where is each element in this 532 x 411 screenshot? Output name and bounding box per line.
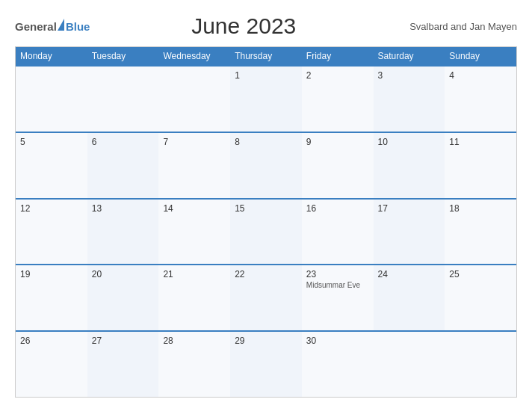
col-monday: Monday	[16, 47, 87, 65]
table-row: 27	[87, 332, 159, 397]
day-number: 11	[449, 137, 512, 147]
day-number: 13	[92, 203, 155, 214]
calendar-week: 1920212223Midsummar Eve2425	[16, 264, 516, 330]
header: General Blue June 2023 Svalbard and Jan …	[15, 13, 517, 39]
calendar-title: June 2023	[90, 13, 398, 39]
table-row: 8	[230, 133, 302, 198]
calendar: Monday Tuesday Wednesday Thursday Friday…	[15, 46, 517, 398]
table-row: 5	[16, 133, 87, 198]
table-row: 1	[230, 67, 302, 132]
table-row: 4	[445, 67, 516, 132]
day-number: 29	[235, 336, 297, 346]
col-thursday: Thursday	[230, 47, 302, 65]
day-number: 30	[306, 336, 369, 346]
table-row	[87, 67, 159, 132]
table-row	[374, 332, 445, 397]
event-label: Midsummar Eve	[306, 281, 369, 289]
table-row	[445, 332, 516, 397]
calendar-week: 1234	[16, 65, 516, 132]
calendar-week: 12131415161718	[16, 198, 516, 265]
table-row: 20	[87, 265, 159, 330]
table-row: 14	[158, 200, 230, 265]
day-number: 3	[378, 70, 441, 81]
day-number: 7	[163, 137, 226, 147]
col-sunday: Sunday	[445, 47, 516, 65]
day-number: 14	[163, 203, 226, 214]
region-label: Svalbard and Jan Mayen	[398, 21, 517, 32]
table-row: 24	[374, 265, 445, 330]
day-number: 1	[235, 70, 297, 81]
calendar-week: 567891011	[16, 132, 516, 198]
day-number: 22	[235, 269, 297, 279]
calendar-header: Monday Tuesday Wednesday Thursday Friday…	[16, 47, 516, 65]
table-row: 2	[302, 67, 374, 132]
table-row: 15	[230, 200, 302, 265]
table-row: 6	[87, 133, 159, 198]
calendar-body: 1234567891011121314151617181920212223Mid…	[16, 65, 516, 397]
day-number: 15	[235, 203, 297, 214]
day-number: 17	[378, 203, 441, 214]
table-row: 18	[445, 200, 516, 265]
page: General Blue June 2023 Svalbard and Jan …	[0, 0, 532, 411]
day-number: 26	[20, 336, 83, 346]
table-row: 28	[158, 332, 230, 397]
day-number: 23	[306, 269, 369, 279]
table-row: 29	[230, 332, 302, 397]
day-number: 20	[92, 269, 155, 279]
col-saturday: Saturday	[374, 47, 445, 65]
day-number: 24	[378, 269, 441, 279]
col-wednesday: Wednesday	[158, 47, 230, 65]
logo-general: General	[15, 20, 57, 33]
table-row: 3	[374, 67, 445, 132]
day-number: 9	[306, 137, 369, 147]
col-friday: Friday	[302, 47, 374, 65]
calendar-week: 2627282930	[16, 330, 516, 397]
day-number: 4	[449, 70, 512, 81]
table-row: 23Midsummar Eve	[302, 265, 374, 330]
table-row: 11	[445, 133, 516, 198]
day-number: 2	[306, 70, 369, 81]
day-number: 12	[20, 203, 83, 214]
table-row: 12	[16, 200, 87, 265]
day-number: 25	[449, 269, 512, 279]
logo-triangle-icon	[58, 19, 64, 31]
table-row: 22	[230, 265, 302, 330]
table-row: 9	[302, 133, 374, 198]
table-row	[158, 67, 230, 132]
day-number: 27	[92, 336, 155, 346]
table-row: 16	[302, 200, 374, 265]
logo: General Blue	[15, 20, 90, 33]
table-row: 7	[158, 133, 230, 198]
day-number: 8	[235, 137, 297, 147]
day-number: 28	[163, 336, 226, 346]
table-row: 19	[16, 265, 87, 330]
day-number: 18	[449, 203, 512, 214]
day-number: 21	[163, 269, 226, 279]
table-row: 10	[374, 133, 445, 198]
table-row	[16, 67, 87, 132]
day-number: 10	[378, 137, 441, 147]
table-row: 21	[158, 265, 230, 330]
table-row: 17	[374, 200, 445, 265]
day-number: 5	[20, 137, 83, 147]
day-number: 6	[92, 137, 155, 147]
table-row: 25	[445, 265, 516, 330]
table-row: 26	[16, 332, 87, 397]
table-row: 13	[87, 200, 159, 265]
day-number: 16	[306, 203, 369, 214]
logo-blue: Blue	[66, 20, 90, 33]
col-tuesday: Tuesday	[87, 47, 159, 65]
day-number: 19	[20, 269, 83, 279]
table-row: 30	[302, 332, 374, 397]
